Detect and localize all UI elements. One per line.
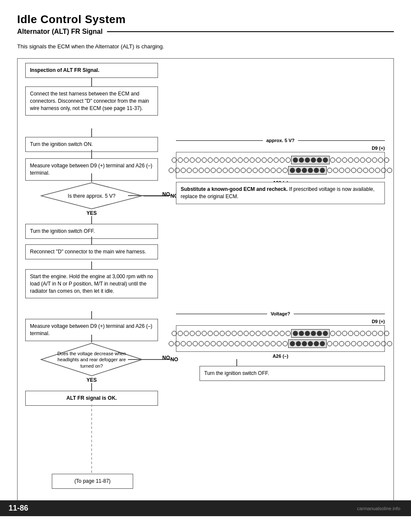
box-reconnect: Reconnect "D" connector to the main wire… <box>25 244 158 259</box>
main-content: Inspection of ALT FR Signal. Connect the… <box>17 58 394 508</box>
diamond-1-text: Is there approx. 5 V? <box>49 193 134 199</box>
pin-row-4 <box>180 339 381 348</box>
connector-line-9 <box>91 335 92 342</box>
pin-group-2-filled-2 <box>288 339 327 348</box>
intro-text: This signals the ECM when the Alternator… <box>17 43 394 50</box>
a26-minus-label-2: A26 (–) <box>176 354 385 359</box>
page-title: Idle Control System <box>17 13 394 26</box>
page-number: 11-86 <box>9 504 28 512</box>
no-text-1: NO <box>162 191 170 197</box>
box-alt-fr-ok: ALT FR signal is OK. <box>25 391 158 406</box>
connector-line-3 <box>91 150 92 158</box>
connector-line-2 <box>91 128 92 137</box>
connector-line-4 <box>91 173 92 182</box>
pin-group-2-1 <box>171 330 243 336</box>
box-start-engine: Start the engine. Hold the engine at 3,0… <box>25 269 158 298</box>
pin-group-2-5 <box>240 341 288 347</box>
d9-plus-label-1: D9 (+) <box>176 146 385 151</box>
no-connector-vert <box>236 359 237 366</box>
pin-row-3 <box>180 329 381 338</box>
yes-label-1: YES <box>25 210 158 216</box>
section-title: Alternator (ALT) FR Signal <box>17 28 103 36</box>
pin-group-2-filled-1 <box>291 329 330 338</box>
pin-group-open-3 <box>330 157 390 163</box>
connector-diagram-1 <box>176 152 385 178</box>
box-inspection: Inspection of ALT FR Signal. <box>25 63 158 78</box>
box-to-page: (To page 11-87) <box>52 474 133 489</box>
box-connect-harness: Connect the test harness between the ECM… <box>25 86 158 116</box>
approx-label: approx. 5 V? <box>266 138 295 143</box>
pin-group-open-6 <box>327 167 393 173</box>
section-divider <box>107 31 394 32</box>
box-ignition-off-2: Turn the ignition switch OFF. <box>200 366 385 381</box>
pin-group-open-2 <box>243 157 291 163</box>
pin-group-open-4 <box>168 167 240 173</box>
pin-group-2-2 <box>243 330 291 336</box>
connector-diagram-2 <box>176 325 385 352</box>
voltage-label: Voltage? <box>271 311 290 316</box>
yes-label-2: YES <box>25 377 158 383</box>
page-number-bar: 11-86 <box>0 500 411 516</box>
pin-group-2-3 <box>330 330 390 336</box>
diamond-2-text: Does the voltage decrease when headlight… <box>51 351 132 369</box>
no-text-2: NO <box>162 355 170 361</box>
substitute-box: Substitute a known-good ECM and recheck.… <box>176 182 385 204</box>
pin-group-open-5 <box>240 167 288 173</box>
voltage-label-area: Voltage? D9 (+) <box>176 311 385 359</box>
box-ignition-off-2-area: Turn the ignition switch OFF. <box>200 366 385 381</box>
pin-group-2-6 <box>327 341 393 347</box>
watermark: carmanualsoline.info <box>357 506 400 511</box>
connector-line-7 <box>91 262 92 269</box>
substitute-box-area: Substitute a known-good ECM and recheck.… <box>176 182 385 204</box>
connector-line-5 <box>91 216 92 224</box>
approx-label-area: approx. 5 V? D9 (+) <box>176 138 385 185</box>
pin-group-filled-1 <box>291 156 330 164</box>
section-header: Alternator (ALT) FR Signal <box>17 28 394 36</box>
pin-row-1 <box>180 156 381 164</box>
connector-line-6 <box>91 237 92 244</box>
connector-line-10 <box>91 383 92 391</box>
pin-group-filled-2 <box>288 166 327 175</box>
d9-plus-label-2: D9 (+) <box>176 319 385 324</box>
connector-line-1 <box>91 78 92 86</box>
pin-group-2-4 <box>168 341 240 347</box>
connector-line-11 <box>91 404 92 473</box>
connector-line-8 <box>91 311 92 319</box>
pin-group-open-1 <box>171 157 243 163</box>
pin-row-2 <box>180 166 381 175</box>
